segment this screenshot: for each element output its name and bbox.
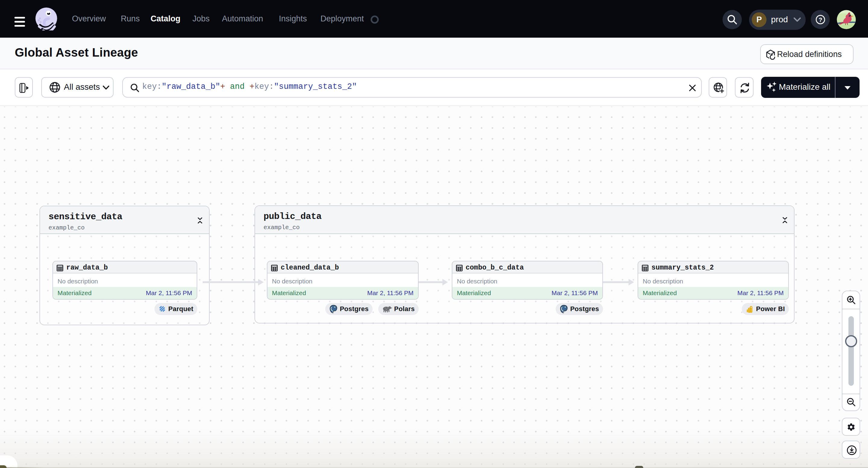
svg-text:?: ? bbox=[818, 17, 822, 23]
